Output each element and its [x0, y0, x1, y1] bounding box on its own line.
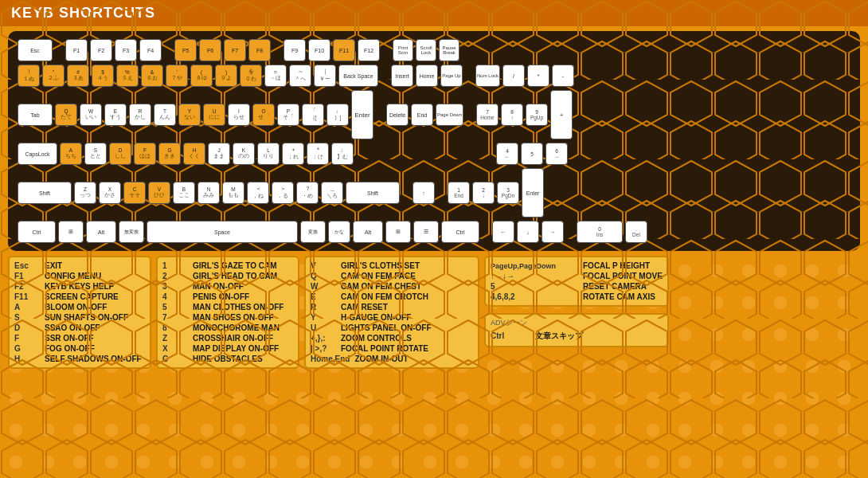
key-f3[interactable]: F3 [115, 39, 137, 61]
key-esc[interactable]: Esc [18, 39, 53, 61]
key-pagedown[interactable]: Page Down [436, 104, 463, 126]
key-numlock[interactable]: Num Lock [475, 65, 500, 87]
key-backslash[interactable]: 」】む [331, 143, 354, 165]
key-h[interactable]: Hくく [183, 143, 205, 165]
key-shift-left[interactable]: Shift [18, 182, 72, 204]
key-kana[interactable]: かな [328, 221, 350, 243]
key-scroll-lock[interactable]: ScrollLock [416, 39, 436, 61]
key-num-minus[interactable]: - [552, 65, 574, 87]
key-delete[interactable]: Delete [386, 104, 409, 126]
key-quote[interactable]: ＊：け [307, 143, 329, 165]
key-i[interactable]: Iらせ [228, 104, 250, 126]
key-f7[interactable]: F7 [224, 39, 246, 61]
key-menu[interactable]: ☰ [413, 221, 439, 243]
key-num6[interactable]: 6→ [545, 143, 568, 165]
key-7[interactable]: (８ゆ [190, 65, 213, 87]
key-num-del[interactable]: .Del [625, 221, 647, 243]
key-y[interactable]: Yない [178, 104, 201, 126]
key-comma[interactable]: ＜，ね [247, 182, 269, 204]
key-p[interactable]: Pそ「 [277, 104, 299, 126]
key-4[interactable]: %５え [116, 65, 139, 87]
key-b[interactable]: Bここ [173, 182, 195, 204]
key-num1[interactable]: 1End [448, 182, 470, 204]
key-f1[interactable]: F1 [65, 39, 88, 61]
key-o[interactable]: Oせ゜ [252, 104, 275, 126]
key-q[interactable]: Qたて [55, 104, 77, 126]
key-num-enter[interactable]: Enter [522, 168, 544, 217]
key-c[interactable]: Cそそ [123, 182, 146, 204]
key-num9[interactable]: 9PgUp [526, 104, 548, 126]
key-f5[interactable]: F5 [174, 39, 197, 61]
key-equal[interactable]: ｜￥ー [314, 65, 336, 87]
key-num0[interactable]: 0Ins [577, 221, 623, 243]
key-5[interactable]: &６お [141, 65, 163, 87]
key-num-slash[interactable]: / [502, 65, 525, 87]
key-f2[interactable]: F2 [90, 39, 112, 61]
key-insert[interactable]: Insert [391, 65, 413, 87]
key-m[interactable]: Mもも [222, 182, 244, 204]
key-num-star[interactable]: * [527, 65, 549, 87]
key-semicolon[interactable]: ＋；れ [282, 143, 304, 165]
key-l[interactable]: Lりり [257, 143, 280, 165]
key-end[interactable]: End [411, 104, 433, 126]
key-capslock[interactable]: CapsLock [18, 143, 57, 165]
key-n[interactable]: Nみみ [197, 182, 220, 204]
key-z[interactable]: Zっつ [74, 182, 96, 204]
key-num3[interactable]: 3PgDn [497, 182, 519, 204]
key-u[interactable]: Uにに [203, 104, 225, 126]
key-num4[interactable]: 4← [496, 143, 518, 165]
key-alt-right[interactable]: Alt [353, 221, 383, 243]
key-slash[interactable]: ？・め [296, 182, 319, 204]
key-f10[interactable]: F10 [308, 39, 330, 61]
key-home[interactable]: Home [416, 65, 438, 87]
key-v[interactable]: Vひひ [148, 182, 170, 204]
key-backspace[interactable]: Back Space [338, 65, 378, 87]
key-g[interactable]: Gきき [158, 143, 181, 165]
key-num7[interactable]: 7Home [476, 104, 499, 126]
key-f9[interactable]: F9 [283, 39, 306, 61]
key-x[interactable]: Xかさ [99, 182, 121, 204]
key-2[interactable]: #３あ [67, 65, 89, 87]
key-pageup[interactable]: Page Up [440, 65, 463, 87]
key-arrow-down[interactable]: ↓ [517, 221, 539, 243]
key-space[interactable]: Space [147, 221, 298, 243]
key-r[interactable]: Rかし [129, 104, 151, 126]
key-d[interactable]: Dしし [109, 143, 131, 165]
key-t[interactable]: Tんん [154, 104, 176, 126]
key-6[interactable]: '７や [166, 65, 188, 87]
key-minus[interactable]: ～＾へ [289, 65, 311, 87]
key-win-right[interactable]: ⊞ [385, 221, 411, 243]
key-period[interactable]: ＞．る [272, 182, 294, 204]
key-f4[interactable]: F4 [139, 39, 162, 61]
key-f11[interactable]: F11 [333, 39, 355, 61]
key-3[interactable]: $４う [92, 65, 114, 87]
key-num5[interactable]: 5 [521, 143, 543, 165]
key-bracket-r[interactable]: 」｝] [326, 104, 349, 126]
key-f[interactable]: Fはは [134, 143, 156, 165]
key-arrow-up[interactable]: ↑ [412, 182, 435, 204]
key-tab[interactable]: Tab [18, 104, 53, 126]
key-shift-right[interactable]: Shift [346, 182, 400, 204]
key-0[interactable]: =－ほ [264, 65, 287, 87]
key-9[interactable]: を０わ [240, 65, 262, 87]
key-s[interactable]: Sとと [84, 143, 107, 165]
key-henkan[interactable]: 変換 [300, 221, 326, 243]
key-1[interactable]: "２ふ [42, 65, 65, 87]
key-f12[interactable]: F12 [358, 39, 380, 61]
key-e[interactable]: Eすう [104, 104, 127, 126]
key-w[interactable]: Wいい [80, 104, 102, 126]
key-alt-left[interactable]: Alt [86, 221, 116, 243]
key-arrow-right[interactable]: → [542, 221, 564, 243]
key-win-left[interactable]: ⊞ [58, 221, 84, 243]
key-a[interactable]: Aちち [60, 143, 82, 165]
key-ro[interactable]: ＿＼ろ [321, 182, 343, 204]
key-num8[interactable]: 8↑ [501, 104, 523, 126]
key-backtick[interactable]: ！１ぬ [18, 65, 40, 87]
key-enter[interactable]: Enter [351, 90, 373, 139]
key-pause-break[interactable]: PauseBreak [439, 39, 459, 61]
key-ctrl-right[interactable]: Ctrl [441, 221, 479, 243]
key-f6[interactable]: F6 [199, 39, 221, 61]
key-print-scrn[interactable]: PrintScrn [393, 39, 413, 61]
key-num-plus[interactable]: + [550, 90, 573, 139]
key-bracket-l[interactable]: 「｛[ [302, 104, 324, 126]
